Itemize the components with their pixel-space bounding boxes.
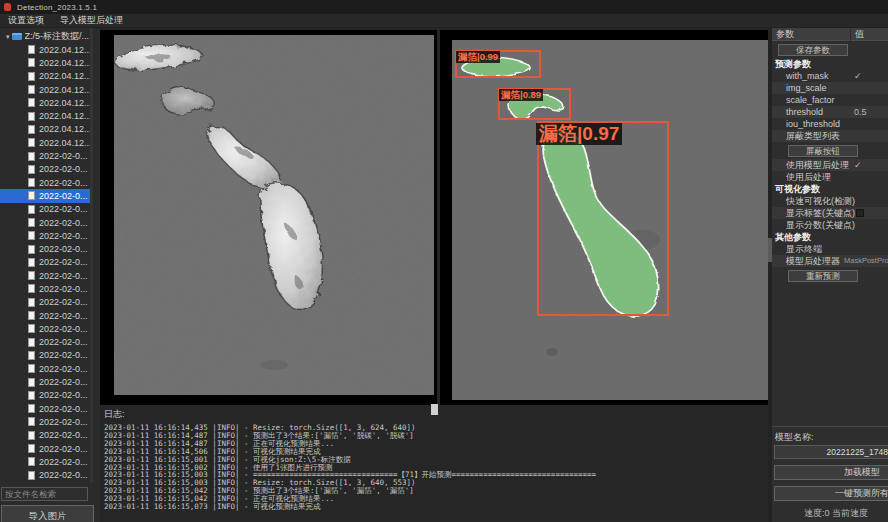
tree-item[interactable]: 2022-02-0... <box>0 375 90 388</box>
speed-status: 速度:0 当前速度 <box>772 507 888 520</box>
model-name-field[interactable]: 20221225_174813 <box>774 445 888 459</box>
tree-item-label: 2022-02-0... <box>39 404 88 414</box>
param-row-with-mask[interactable]: with_mask ✓ <box>772 70 888 82</box>
tree-item[interactable]: 2022.04.12... <box>0 96 90 109</box>
file-search-input[interactable] <box>1 487 88 501</box>
tree-root-node[interactable]: ▾ Z:/5-标注数据/... <box>0 30 90 43</box>
tree-item[interactable]: 2022.04.12... <box>0 56 90 69</box>
tree-item[interactable]: 2022-02-0... <box>0 322 90 335</box>
param-row-threshold[interactable]: threshold 0.5 <box>772 106 888 118</box>
log-line: 2023-01-11 16:16:15,073 |INFO| - 可视化预测结果… <box>100 503 764 511</box>
tree-item[interactable]: 2022-02-0... <box>0 269 90 282</box>
file-icon <box>28 45 35 54</box>
menu-settings[interactable]: 设置选项 <box>0 14 52 27</box>
tree-item[interactable]: 2022-02-0... <box>0 216 90 229</box>
checkbox-unchecked[interactable] <box>856 209 864 217</box>
checkmark-icon[interactable]: ✓ <box>854 159 862 171</box>
tree-item[interactable]: 2022-02-0... <box>0 362 90 375</box>
file-icon <box>28 112 35 121</box>
tree-item[interactable]: 2022-02-0... <box>0 229 90 242</box>
checkmark-icon[interactable]: ✓ <box>854 70 862 82</box>
section-visualization-params: 可视化参数 <box>772 183 888 195</box>
tree-item[interactable]: 2022.04.12... <box>0 83 90 96</box>
file-icon <box>28 271 35 280</box>
file-tree-panel: ▾ Z:/5-标注数据/... 2022.04.12... 2022.04.12… <box>0 28 100 522</box>
model-name-label: 模型名称: <box>772 431 888 443</box>
menu-import-model-postprocess[interactable]: 导入模型后处理 <box>52 14 131 27</box>
param-row-mask-type-list[interactable]: 屏蔽类型列表 <box>772 130 888 142</box>
repredict-button[interactable]: 重新预测 <box>788 270 858 282</box>
param-row-fast-vis[interactable]: 快速可视化(检测) <box>772 195 888 207</box>
file-icon <box>28 125 35 134</box>
tree-item[interactable]: 2022.04.12... <box>0 123 90 136</box>
menubar: 设置选项 导入模型后处理 <box>0 14 888 28</box>
tree-item[interactable]: 2022.04.12... <box>0 136 90 149</box>
tree-item[interactable]: 2022-02-0... <box>0 309 90 322</box>
file-icon <box>28 72 35 81</box>
section-predict-params: 预测参数 <box>772 58 888 70</box>
log-panel: 日志: 2023-01-11 16:16:14,435 |INFO| - Res… <box>100 405 764 522</box>
file-icon <box>28 85 35 94</box>
file-icon <box>28 324 35 333</box>
detection-label: 漏箔|0.89 <box>499 89 543 101</box>
tree-item[interactable]: 2022-02-0... <box>0 455 90 468</box>
tree-item[interactable]: 2022-02-0... <box>0 402 90 415</box>
tree-item[interactable]: 2022.04.12... <box>0 70 90 83</box>
tree-item[interactable]: 2022-02-0... <box>0 415 90 428</box>
tree-item[interactable]: 2022-02-0... <box>0 149 90 162</box>
tree-item-label: 2022-02-0... <box>39 390 88 400</box>
prediction-image: 漏箔|0.99 漏箔|0.89 漏箔|0.97 <box>452 40 768 400</box>
param-row-scale-factor[interactable]: scale_factor <box>772 94 888 106</box>
tree-item[interactable]: 2022-02-0... <box>0 176 90 189</box>
tree-item-label: 2022-02-0... <box>39 311 88 321</box>
caret-down-icon[interactable]: ▾ <box>6 33 10 41</box>
mask-button[interactable]: 屏蔽按钮 <box>788 145 858 157</box>
tree-item[interactable]: 2022-02-0... <box>0 469 90 482</box>
file-icon <box>28 284 35 293</box>
tree-scrollbar[interactable] <box>90 28 93 483</box>
tree-item[interactable]: 2022-02-0... <box>0 442 90 455</box>
tree-item-label: 2022-02-0... <box>39 324 88 334</box>
detection-label: 漏箔|0.97 <box>536 123 622 145</box>
import-images-button[interactable]: 导入图片 <box>1 505 94 522</box>
tree-item[interactable]: 2022-02-0... <box>0 163 90 176</box>
tree-item[interactable]: 2022.04.12... <box>0 43 90 56</box>
viewer-area: 漏箔|0.99 漏箔|0.89 漏箔|0.97 日志: 2023-01-11 1… <box>100 28 768 522</box>
param-row-show-score[interactable]: 显示分数(关键点) <box>772 219 888 231</box>
param-row-model-postprocessor[interactable]: 模型后处理器 MaskPostPro <box>772 255 888 267</box>
tree-item[interactable]: 2022-02-0... <box>0 429 90 442</box>
tree-item[interactable]: 2022-02-0... <box>0 282 90 295</box>
predict-all-button[interactable]: 一键预测所有 <box>774 486 888 501</box>
file-icon <box>28 338 35 347</box>
tree-item-label: 2022-02-0... <box>39 178 88 188</box>
left-image-canvas[interactable] <box>100 30 437 405</box>
tree-item-label: 2022-02-0... <box>39 444 88 454</box>
params-col-value: 值 <box>850 28 888 41</box>
file-tree[interactable]: ▾ Z:/5-标注数据/... 2022.04.12... 2022.04.12… <box>0 30 90 483</box>
param-row-use-postprocess[interactable]: 使用后处理 <box>772 171 888 183</box>
param-row-show-label[interactable]: 显示标签(关键点) <box>772 207 888 219</box>
file-icon <box>28 444 35 453</box>
load-model-button[interactable]: 加载模型 <box>774 465 888 480</box>
log-lines[interactable]: 2023-01-11 16:16:14,435 |INFO| - Resize:… <box>100 424 764 511</box>
tree-item[interactable]: 2022-02-0... <box>0 189 90 202</box>
tree-item[interactable]: 2022-02-0... <box>0 336 90 349</box>
params-col-param: 参数 <box>772 28 850 41</box>
right-image-canvas[interactable]: 漏箔|0.99 漏箔|0.89 漏箔|0.97 <box>440 30 768 405</box>
param-row-use-model-postprocess[interactable]: 使用模型后处理 ✓ <box>772 159 888 171</box>
tree-item[interactable]: 2022-02-0... <box>0 296 90 309</box>
param-row-show-terminal[interactable]: 显示终端 <box>772 243 888 255</box>
file-icon <box>28 417 35 426</box>
tree-item[interactable]: 2022-02-0... <box>0 203 90 216</box>
tree-item[interactable]: 2022-02-0... <box>0 256 90 269</box>
tree-item[interactable]: 2022.04.12... <box>0 109 90 122</box>
file-icon <box>28 178 35 187</box>
tree-item[interactable]: 2022-02-0... <box>0 242 90 255</box>
tree-item-label: 2022-02-0... <box>39 204 88 214</box>
param-row-iou-threshold[interactable]: iou_threshold <box>772 118 888 130</box>
tree-item[interactable]: 2022-02-0... <box>0 389 90 402</box>
save-params-button[interactable]: 保存参数 <box>778 44 848 56</box>
tree-item[interactable]: 2022-02-0... <box>0 349 90 362</box>
param-row-img-scale[interactable]: img_scale <box>772 82 888 94</box>
file-icon <box>28 258 35 267</box>
